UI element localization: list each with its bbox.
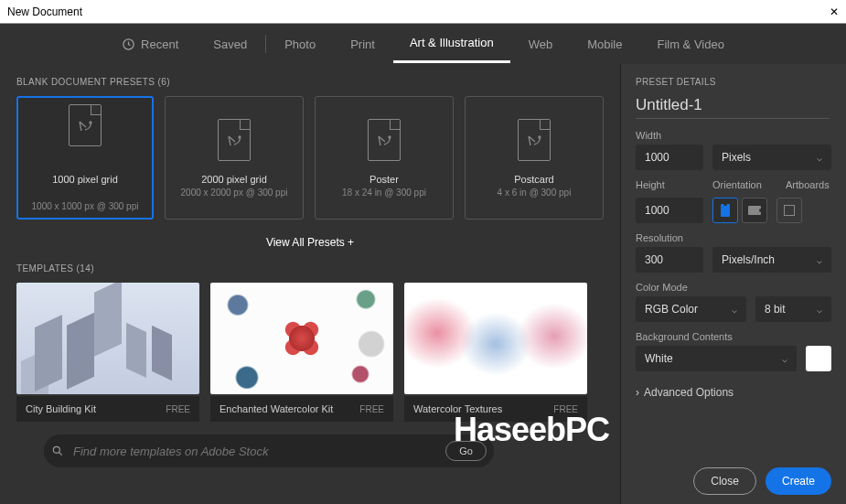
preset-details-panel: PRESET DETAILS Width Pixels ⌵ Height Ori… <box>620 64 846 504</box>
orientation-label: Orientation <box>712 179 776 190</box>
width-label: Width <box>636 130 831 141</box>
search-icon <box>51 445 64 457</box>
chevron-down-icon: ⌵ <box>782 354 787 364</box>
tab-divider <box>265 35 266 53</box>
templates-row: City Building Kit FREE Enchanted Waterco… <box>16 283 604 422</box>
stock-search: Go <box>44 434 494 467</box>
orientation-landscape[interactable] <box>742 198 767 223</box>
templates-heading: TEMPLATES (14) <box>16 263 604 273</box>
document-name-input[interactable] <box>636 96 830 119</box>
preset-2000-grid[interactable]: 2000 pixel grid 2000 x 2000 px @ 300 ppi <box>165 96 304 220</box>
portrait-icon <box>721 204 730 217</box>
main-area: BLANK DOCUMENT PRESETS (6) 1000 pixel gr… <box>0 64 846 504</box>
close-icon[interactable]: ✕ <box>830 5 839 18</box>
document-icon <box>69 104 102 146</box>
preset-postcard[interactable]: Postcard 4 x 6 in @ 300 ppi <box>465 96 604 220</box>
colormode-select[interactable]: RGB Color ⌵ <box>636 296 746 322</box>
colormode-label: Color Mode <box>636 282 831 293</box>
left-panel: BLANK DOCUMENT PRESETS (6) 1000 pixel gr… <box>0 64 620 504</box>
preset-name: Poster <box>369 174 399 185</box>
tab-film-video[interactable]: Film & Video <box>640 27 740 62</box>
view-all-presets[interactable]: View All Presets + <box>16 236 604 249</box>
resolution-label: Resolution <box>636 232 831 243</box>
tab-recent-label: Recent <box>141 38 178 51</box>
new-document-dialog: New Document ✕ Recent Saved Photo Print … <box>0 0 846 504</box>
svg-point-2 <box>239 136 241 138</box>
resolution-input[interactable] <box>636 247 703 273</box>
template-name: City Building Kit <box>26 403 96 414</box>
preset-dimensions: 2000 x 2000 px @ 300 ppi <box>181 188 288 198</box>
category-tabs: Recent Saved Photo Print Art & Illustrat… <box>0 24 846 64</box>
dialog-footer: Close Create <box>621 458 846 504</box>
tab-photo[interactable]: Photo <box>268 27 332 62</box>
width-unit-select[interactable]: Pixels ⌵ <box>712 145 831 170</box>
chevron-down-icon: ⌵ <box>732 305 737 315</box>
watermark-text: HaseebPC <box>454 411 609 449</box>
document-icon <box>218 119 251 161</box>
preset-name: 1000 pixel grid <box>52 174 118 185</box>
background-color-swatch[interactable] <box>806 346 831 371</box>
preset-dimensions: 1000 x 1000 px @ 300 ppi <box>32 201 139 211</box>
tab-mobile[interactable]: Mobile <box>571 27 638 62</box>
titlebar: New Document ✕ <box>0 0 846 24</box>
create-button[interactable]: Create <box>766 467 831 495</box>
preset-dimensions: 4 x 6 in @ 300 ppi <box>498 188 572 198</box>
tab-art-illustration[interactable]: Art & Illustration <box>393 25 510 63</box>
presets-heading: BLANK DOCUMENT PRESETS (6) <box>16 77 604 87</box>
width-input[interactable] <box>636 145 703 170</box>
window-title: New Document <box>7 5 82 18</box>
background-select[interactable]: White ⌵ <box>636 346 797 371</box>
template-name: Enchanted Watercolor Kit <box>220 403 333 414</box>
tab-print[interactable]: Print <box>334 27 391 62</box>
template-price: FREE <box>359 404 384 414</box>
orientation-group <box>712 198 767 223</box>
landscape-icon <box>748 206 761 215</box>
template-enchanted-watercolor[interactable]: Enchanted Watercolor Kit FREE <box>210 283 393 422</box>
dialog-body: Recent Saved Photo Print Art & Illustrat… <box>0 24 846 504</box>
close-button[interactable]: Close <box>693 467 756 495</box>
height-input[interactable] <box>636 198 703 223</box>
template-watercolor-textures[interactable]: Watercolor Textures FREE <box>404 283 587 422</box>
preset-1000-grid[interactable]: 1000 pixel grid 1000 x 1000 px @ 300 ppi <box>16 96 154 220</box>
colordepth-select[interactable]: 8 bit ⌵ <box>755 296 831 322</box>
chevron-down-icon: ⌵ <box>817 255 822 265</box>
preset-name: Postcard <box>514 174 553 185</box>
svg-point-4 <box>539 136 541 138</box>
artboards-checkbox[interactable] <box>776 198 802 223</box>
artboards-label: Artboards <box>786 179 831 190</box>
document-icon <box>518 119 551 161</box>
recent-icon <box>122 38 135 51</box>
preset-name: 2000 pixel grid <box>201 174 267 185</box>
template-price: FREE <box>166 404 190 414</box>
search-input[interactable] <box>73 445 436 458</box>
background-label: Background Contents <box>636 331 831 342</box>
tab-web[interactable]: Web <box>512 27 570 62</box>
template-city-building[interactable]: City Building Kit FREE <box>16 283 199 422</box>
advanced-options-toggle[interactable]: › Advanced Options <box>636 386 831 399</box>
presets-row: 1000 pixel grid 1000 x 1000 px @ 300 ppi… <box>16 96 604 220</box>
chevron-down-icon: ⌵ <box>817 153 822 163</box>
preset-poster[interactable]: Poster 18 x 24 in @ 300 ppi <box>315 96 454 220</box>
tab-recent[interactable]: Recent <box>105 27 195 62</box>
chevron-right-icon: › <box>636 386 639 399</box>
template-info: City Building Kit FREE <box>16 396 199 422</box>
template-thumbnail <box>404 283 587 394</box>
svg-point-3 <box>389 136 391 138</box>
height-label: Height <box>636 179 703 190</box>
template-thumbnail <box>16 283 199 394</box>
preset-dimensions: 18 x 24 in @ 300 ppi <box>342 188 426 198</box>
svg-point-5 <box>53 446 59 453</box>
svg-point-1 <box>90 122 91 123</box>
orientation-portrait[interactable] <box>712 198 738 223</box>
template-thumbnail <box>210 283 393 394</box>
template-info: Enchanted Watercolor Kit FREE <box>210 396 393 422</box>
document-icon <box>368 119 401 161</box>
resolution-unit-select[interactable]: Pixels/Inch ⌵ <box>712 247 831 273</box>
chevron-down-icon: ⌵ <box>817 305 822 315</box>
details-heading: PRESET DETAILS <box>636 77 831 87</box>
tab-saved[interactable]: Saved <box>197 27 263 62</box>
